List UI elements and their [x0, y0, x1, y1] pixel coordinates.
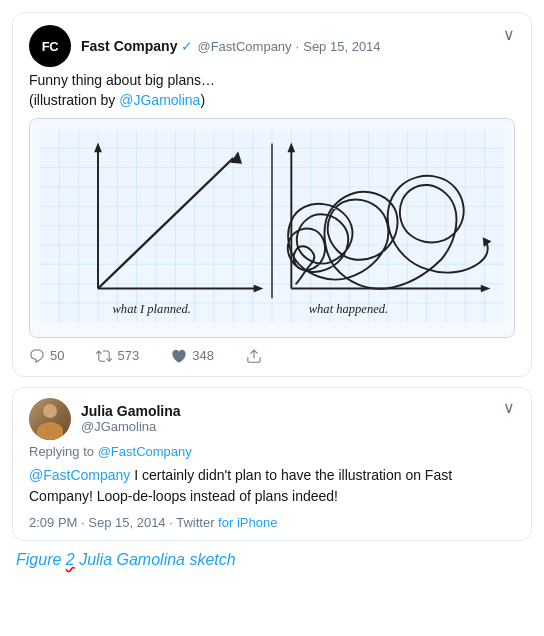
- verified-icon: ✓: [181, 38, 193, 54]
- replying-to-link[interactable]: @FastCompany: [98, 444, 192, 459]
- svg-text:what happened.: what happened.: [309, 302, 388, 316]
- figure-prefix: Figure: [16, 551, 66, 568]
- replying-to-label: Replying to @FastCompany: [29, 444, 515, 459]
- tweet-meta: Fast Company ✓ @FastCompany · Sep 15, 20…: [81, 38, 381, 54]
- tweet-body: Funny thing about big plans… (illustrati…: [29, 71, 515, 110]
- tweet-header-left: FC Fast Company ✓ @FastCompany · Sep 15,…: [29, 25, 381, 67]
- reply-action[interactable]: 50: [29, 348, 64, 364]
- retweet-icon: [96, 348, 112, 364]
- tweet-date-value: Sep 15, 2014: [303, 39, 380, 54]
- tweet-header: FC Fast Company ✓ @FastCompany · Sep 15,…: [29, 25, 515, 67]
- like-icon: [171, 348, 187, 364]
- julia-gamolina-avatar: [29, 398, 71, 440]
- reply-time: 2:09 PM · Sep 15, 2014 ·: [29, 515, 176, 530]
- tweet-card: FC Fast Company ✓ @FastCompany · Sep 15,…: [12, 12, 532, 377]
- tweet-body-line2-suffix: ): [200, 92, 205, 108]
- reply-header: Julia Gamolina @JGamolina ∨: [29, 398, 515, 440]
- retweet-count: 573: [117, 348, 139, 363]
- reply-author-meta: Julia Gamolina @JGamolina: [81, 403, 181, 434]
- like-action[interactable]: 348: [171, 348, 214, 364]
- figure-text: Julia Gamolina sketch: [75, 551, 236, 568]
- tweet-actions: 50 573 348: [29, 348, 515, 364]
- figure-number: 2: [66, 551, 75, 568]
- fast-company-avatar: FC: [29, 25, 71, 67]
- tweet-author-handle: @FastCompany: [197, 39, 291, 54]
- reply-body: @FastCompany I certainly didn't plan to …: [29, 465, 515, 507]
- retweet-action[interactable]: 573: [96, 348, 139, 364]
- like-count: 348: [192, 348, 214, 363]
- svg-text:what I planned.: what I planned.: [113, 302, 191, 316]
- reply-source-prefix: Twitter: [176, 515, 218, 530]
- reply-meta: 2:09 PM · Sep 15, 2014 · Twitter for iPh…: [29, 515, 515, 530]
- tweet-body-line2-prefix: (illustration by: [29, 92, 119, 108]
- reply-menu-chevron[interactable]: ∨: [503, 398, 515, 417]
- reply-author-handle: @JGamolina: [81, 419, 181, 434]
- reply-header-left: Julia Gamolina @JGamolina: [29, 398, 181, 440]
- illustration-svg: what I planned. what happened.: [40, 129, 504, 322]
- reply-tweet-card: Julia Gamolina @JGamolina ∨ Replying to …: [12, 387, 532, 541]
- tweet-name-row: Fast Company ✓ @FastCompany · Sep 15, 20…: [81, 38, 381, 54]
- reply-count: 50: [50, 348, 64, 363]
- reply-author-name: Julia Gamolina: [81, 403, 181, 419]
- share-action[interactable]: [246, 348, 262, 364]
- reply-source-link[interactable]: for iPhone: [218, 515, 277, 530]
- figure-caption: Figure 2 Julia Gamolina sketch: [12, 551, 532, 569]
- tweet-menu-chevron[interactable]: ∨: [503, 25, 515, 44]
- avatar-image: [29, 398, 71, 440]
- reply-mention-link[interactable]: @FastCompany: [29, 467, 130, 483]
- tweet-author-name: Fast Company: [81, 38, 177, 54]
- share-icon: [246, 348, 262, 364]
- tweet-date: ·: [296, 39, 300, 54]
- tweet-body-link[interactable]: @JGamolina: [119, 92, 200, 108]
- tweet-body-line1: Funny thing about big plans…: [29, 72, 215, 88]
- avatar-fc-initials: FC: [42, 39, 58, 54]
- tweet-illustration: what I planned. what happened.: [29, 118, 515, 337]
- reply-icon: [29, 348, 45, 364]
